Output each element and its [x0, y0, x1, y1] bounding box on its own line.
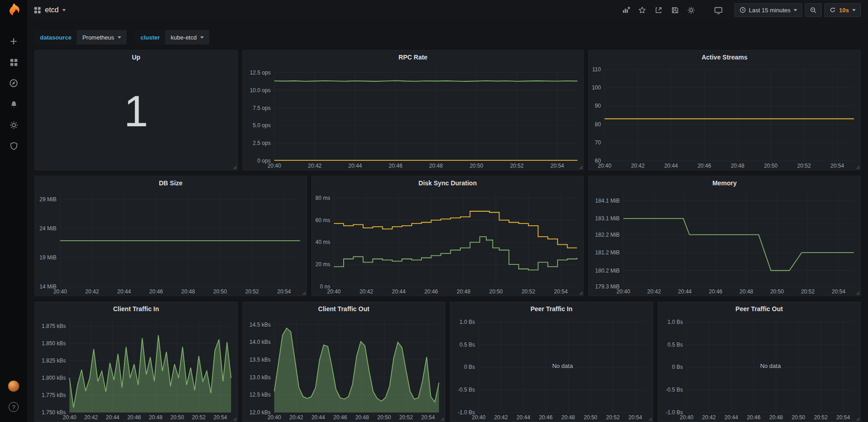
svg-text:20:52: 20:52 [606, 414, 620, 421]
chart-disk-sync-duration[interactable]: 20:4020:4220:4420:4620:4820:5020:5220:54… [312, 190, 583, 296]
panel-resize-handle[interactable] [856, 165, 859, 169]
svg-text:60: 60 [595, 158, 601, 164]
grafana-logo[interactable] [6, 3, 21, 18]
svg-text:20:48: 20:48 [769, 414, 783, 421]
chevron-down-icon [62, 9, 66, 11]
svg-text:12.5 kBs: 12.5 kBs [249, 392, 271, 398]
svg-text:20:44: 20:44 [724, 414, 738, 421]
svg-text:7.5 ops: 7.5 ops [252, 105, 270, 111]
panel-disk-sync-duration: Disk Sync Duration 20:4020:4220:4420:462… [311, 176, 584, 296]
panel-resize-handle[interactable] [440, 417, 444, 421]
variable-value-dropdown[interactable]: kube-etcd [165, 30, 209, 45]
page-title: etcd [45, 6, 59, 14]
svg-text:20:44: 20:44 [117, 288, 131, 295]
svg-text:70: 70 [595, 139, 601, 146]
svg-text:20:46: 20:46 [389, 163, 402, 169]
variable-cluster: cluster kube-etcd [135, 30, 209, 45]
panel-resize-handle[interactable] [302, 291, 306, 295]
add-panel-icon [622, 6, 630, 14]
save-dashboard-button[interactable] [668, 4, 682, 16]
panel-title[interactable]: Disk Sync Duration [312, 176, 583, 190]
svg-text:13.5 kBs: 13.5 kBs [249, 357, 271, 363]
svg-text:0 ns: 0 ns [320, 283, 330, 290]
chart-memory[interactable]: 20:4020:4220:4420:4620:4820:5020:5220:54… [589, 190, 860, 296]
grafana-app: ? etcd [0, 0, 868, 422]
chart-rpc-rate[interactable]: 20:4020:4220:4420:4620:4820:5020:5220:54… [243, 64, 584, 170]
sidebar-item-help[interactable]: ? [0, 397, 27, 417]
panel-title[interactable]: Client Traffic In [35, 302, 237, 316]
panel-db-size: DB Size 20:4020:4220:4420:4620:4820:5020… [35, 176, 307, 296]
svg-text:20:42: 20:42 [308, 163, 321, 169]
time-range-label: Last 15 minutes [749, 7, 791, 14]
panel-resize-handle[interactable] [233, 165, 237, 169]
variable-value-dropdown[interactable]: Prometheus [77, 30, 127, 45]
panel-title[interactable]: DB Size [35, 176, 306, 190]
svg-text:20:46: 20:46 [424, 288, 438, 295]
panel-resize-handle[interactable] [579, 165, 582, 169]
panel-title[interactable]: Active Streams [589, 50, 860, 64]
panel-title[interactable]: RPC Rate [243, 50, 584, 64]
svg-text:20:52: 20:52 [814, 414, 828, 421]
svg-text:181.2 MiB: 181.2 MiB [595, 249, 620, 256]
add-panel-button[interactable] [619, 4, 633, 16]
panel-title[interactable]: Up [35, 50, 237, 64]
panel-title[interactable]: Client Traffic Out [243, 302, 445, 316]
panel-title[interactable]: Peer Traffic Out [658, 302, 861, 316]
svg-text:20:52: 20:52 [801, 288, 814, 295]
dashboard-grid: Up 1 RPC Rate 20:4020:4220:4420:4620:482… [27, 50, 868, 422]
chart-client-traffic-out[interactable]: 20:4020:4220:4420:4620:4820:5020:5220:54… [243, 316, 445, 422]
dashboards-icon [10, 58, 18, 67]
chart-client-traffic-in[interactable]: 20:4020:4220:4420:4620:4820:5020:5220:54… [35, 316, 237, 422]
panel-title[interactable]: Peer Traffic In [450, 302, 653, 316]
svg-text:20:54: 20:54 [421, 414, 434, 421]
variable-datasource: datasource Prometheus [35, 30, 127, 45]
share-dashboard-button[interactable] [652, 4, 666, 16]
star-dashboard-button[interactable] [636, 4, 649, 16]
panel-resize-handle[interactable] [233, 417, 237, 421]
svg-text:183.1 MiB: 183.1 MiB [595, 215, 620, 222]
svg-text:20:54: 20:54 [830, 163, 844, 169]
chart-peer-traffic-in[interactable]: 20:4020:4220:4420:4620:4820:5020:5220:54… [450, 316, 653, 422]
variables-submenu: datasource Prometheus cluster kube-etcd [27, 30, 868, 45]
variable-label: cluster [135, 30, 165, 45]
sidebar-item-dashboards[interactable] [0, 52, 27, 73]
sidebar-item-explore[interactable] [0, 73, 27, 94]
sidebar-item-alerting[interactable] [0, 94, 27, 114]
refresh-button[interactable]: 10s [824, 3, 861, 17]
panel-resize-handle[interactable] [856, 291, 859, 295]
dashboard-settings-button[interactable] [685, 4, 698, 16]
svg-text:20:46: 20:46 [149, 288, 163, 295]
svg-text:20:52: 20:52 [510, 163, 523, 169]
svg-text:80 ms: 80 ms [316, 195, 330, 201]
svg-text:12.0 kBs: 12.0 kBs [249, 409, 271, 416]
panel-resize-handle[interactable] [579, 291, 582, 295]
time-range-picker[interactable]: Last 15 minutes [735, 3, 803, 17]
svg-text:20:44: 20:44 [517, 414, 530, 421]
dashboard-title-button[interactable]: etcd [34, 6, 66, 14]
clock-icon [740, 7, 746, 13]
sidebar-item-server-admin[interactable] [0, 135, 27, 156]
chart-db-size[interactable]: 20:4020:4220:4420:4620:4820:5020:5220:54… [35, 190, 306, 296]
svg-text:20:54: 20:54 [554, 288, 567, 295]
svg-text:1.775 kBs: 1.775 kBs [42, 392, 66, 398]
cycle-view-button[interactable] [712, 4, 725, 16]
sidebar-item-profile[interactable] [0, 376, 27, 397]
svg-text:-1.0 Bs: -1.0 Bs [458, 409, 475, 416]
svg-text:20:44: 20:44 [392, 288, 405, 295]
apps-grid-icon [34, 6, 41, 14]
chart-peer-traffic-out[interactable]: 20:4020:4220:4420:4620:4820:5020:5220:54… [658, 316, 861, 422]
svg-text:20:50: 20:50 [469, 163, 483, 169]
chart-active-streams[interactable]: 20:4020:4220:4420:4620:4820:5020:5220:54… [589, 64, 860, 170]
svg-text:20:50: 20:50 [170, 414, 184, 421]
svg-text:20 ms: 20 ms [316, 261, 330, 268]
svg-text:20:46: 20:46 [127, 414, 141, 421]
svg-text:20:54: 20:54 [213, 414, 227, 421]
sidebar-item-create[interactable] [0, 31, 27, 52]
svg-text:100: 100 [592, 84, 601, 91]
svg-text:90: 90 [595, 103, 601, 109]
panel-title[interactable]: Memory [589, 176, 860, 190]
sidebar-item-configuration[interactable] [0, 114, 27, 135]
panel-resize-handle[interactable] [648, 417, 652, 421]
zoom-out-button[interactable] [805, 3, 822, 17]
panel-resize-handle[interactable] [856, 417, 859, 421]
